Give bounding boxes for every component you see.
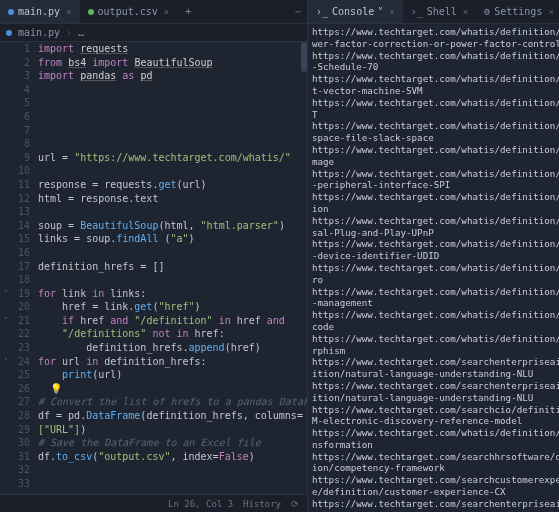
- console-line: https://www.techtarget.com/whatis/defini…: [312, 309, 559, 333]
- python-dot-icon: [6, 30, 12, 36]
- close-icon[interactable]: ×: [389, 7, 394, 17]
- tab-label: Shell: [427, 6, 457, 17]
- tab-label: Settings: [494, 6, 542, 17]
- console-line: https://www.techtarget.com/whatis/defini…: [312, 120, 559, 144]
- console-line: https://www.techtarget.com/whatis/defini…: [312, 215, 559, 239]
- close-icon[interactable]: ×: [548, 7, 553, 17]
- fold-gutter[interactable]: ˅ ˅ ˅: [0, 42, 12, 494]
- refresh-icon[interactable]: ⟳: [291, 499, 299, 509]
- close-icon[interactable]: ×: [463, 7, 468, 17]
- tab-label: Console: [332, 6, 374, 17]
- code-editor[interactable]: ˅ ˅ ˅ 12345678 910111213141516 171819202…: [0, 42, 307, 494]
- console-line: https://www.techtarget.com/whatis/defini…: [312, 286, 559, 310]
- tab-console[interactable]: ›_ Console ˅ ×: [308, 0, 403, 23]
- console-line: https://www.techtarget.com/whatis/defini…: [312, 238, 559, 262]
- console-line: https://www.techtarget.com/whatis/defini…: [312, 144, 559, 168]
- console-line: https://www.techtarget.com/whatis/defini…: [312, 427, 559, 451]
- csv-dot-icon: [88, 9, 94, 15]
- console-line: https://www.techtarget.com/searchenterpr…: [312, 380, 559, 404]
- console-line: https://www.techtarget.com/searchcustome…: [312, 474, 559, 498]
- console-output[interactable]: https://www.techtarget.com/whatis/defini…: [308, 24, 559, 512]
- breadcrumb-file[interactable]: main.py: [18, 27, 60, 38]
- console-line: https://www.techtarget.com/searchhrsoftw…: [312, 451, 559, 475]
- console-line: https://www.techtarget.com/whatis/defini…: [312, 333, 559, 357]
- fold-icon[interactable]: ˅: [0, 287, 12, 301]
- console-line: https://www.techtarget.com/searchenterpr…: [312, 498, 559, 512]
- editor-tabbar: main.py × output.csv × + ⋯: [0, 0, 307, 24]
- chevron-down-icon[interactable]: ˅: [378, 6, 383, 17]
- cursor-position[interactable]: Ln 26, Col 3: [168, 499, 233, 509]
- breadcrumb: main.py › …: [0, 24, 307, 42]
- close-icon[interactable]: ×: [66, 7, 71, 17]
- close-icon[interactable]: ×: [164, 7, 169, 17]
- tab-label: main.py: [18, 6, 60, 17]
- line-numbers: 12345678 910111213141516 171819202122232…: [12, 42, 34, 494]
- console-line: https://www.techtarget.com/whatis/defini…: [312, 168, 559, 192]
- more-icon[interactable]: ⋯: [289, 6, 307, 17]
- history-button[interactable]: History: [243, 499, 281, 509]
- console-line: https://www.techtarget.com/searchcio/def…: [312, 404, 559, 428]
- tab-main-py[interactable]: main.py ×: [0, 0, 80, 23]
- fold-icon[interactable]: ˅: [0, 355, 12, 369]
- tab-label: output.csv: [98, 6, 158, 17]
- fold-icon[interactable]: ˅: [0, 314, 12, 328]
- tab-settings[interactable]: ⚙ Settings ×: [476, 0, 559, 23]
- console-line: https://www.techtarget.com/whatis/defini…: [312, 26, 559, 50]
- console-line: https://www.techtarget.com/whatis/defini…: [312, 262, 559, 286]
- tab-output-csv[interactable]: output.csv ×: [80, 0, 178, 23]
- scrollbar[interactable]: [301, 42, 307, 72]
- statusbar: Ln 26, Col 3 History ⟳: [0, 494, 307, 512]
- new-tab-button[interactable]: +: [177, 6, 199, 17]
- gear-icon: ⚙: [484, 6, 490, 17]
- console-line: https://www.techtarget.com/whatis/defini…: [312, 73, 559, 97]
- console-line: https://www.techtarget.com/whatis/defini…: [312, 50, 559, 74]
- console-line: https://www.techtarget.com/searchenterpr…: [312, 356, 559, 380]
- console-line: https://www.techtarget.com/whatis/defini…: [312, 191, 559, 215]
- lightbulb-icon[interactable]: 💡: [50, 383, 62, 394]
- python-dot-icon: [8, 9, 14, 15]
- tools-tabbar: ›_ Console ˅ × ›_ Shell × ⚙ Settings × +…: [308, 0, 559, 24]
- tab-shell[interactable]: ›_ Shell ×: [403, 0, 477, 23]
- console-line: https://www.techtarget.com/whatis/defini…: [312, 97, 559, 121]
- breadcrumb-crumb[interactable]: …: [78, 27, 84, 38]
- code-area[interactable]: import requests from bs4 import Beautifu…: [34, 42, 307, 494]
